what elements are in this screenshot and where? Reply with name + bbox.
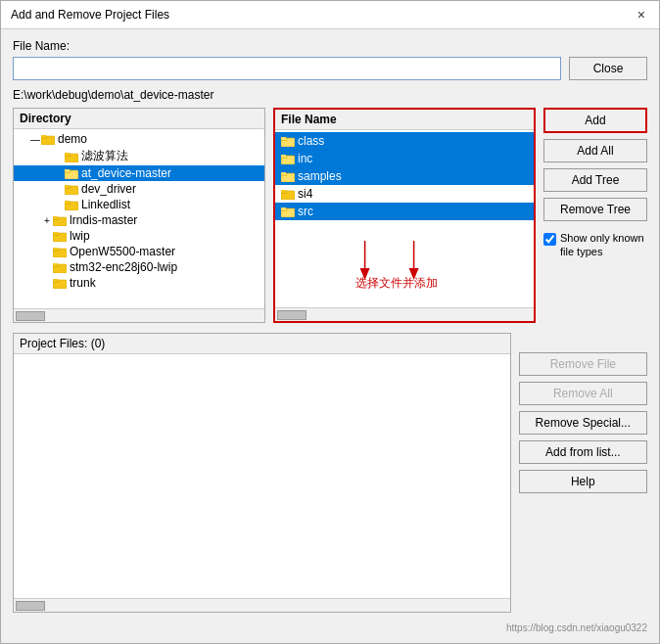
svg-rect-23 [53,248,58,250]
folder-icon-trunk [53,277,67,289]
add-all-button[interactable]: Add All [543,139,647,162]
tree-label-openw5500: OpenW5500-master [70,245,175,258]
bottom-buttons: Remove File Remove All Remove Special...… [519,333,647,613]
add-tree-button[interactable]: Add Tree [543,168,647,192]
svg-rect-35 [281,155,286,157]
show-known-types-label: Show only knownfile types [560,231,644,259]
tree-item-at_device[interactable]: at_device-master [14,165,264,181]
file-name-section: File Name: Close [13,39,647,80]
directory-panel: Directory — demo 滤波算法 at_device-master d… [13,108,265,323]
svg-rect-2 [41,135,46,137]
directory-header: Directory [14,109,264,129]
folder-icon-lrndis [53,214,67,226]
tree-item-demo[interactable]: — demo [14,131,264,147]
svg-rect-17 [53,216,58,218]
file-folder-icon-si4 [281,188,295,200]
file-label-inc: inc [298,152,312,165]
tree-item-linkedlist[interactable]: Linkedlist [14,197,264,212]
remove-tree-button[interactable]: Remove Tree [543,198,647,221]
tree-item-dev_driver[interactable]: dev_driver [14,181,264,197]
svg-rect-11 [65,185,70,187]
show-known-types-checkbox[interactable] [543,233,556,246]
file-label-samples: samples [298,169,342,183]
right-buttons: Add Add All Add Tree Remove Tree Show on… [543,108,647,323]
tree-item-openw5500[interactable]: OpenW5500-master [14,244,264,259]
file-item-si4[interactable]: si4 [275,185,534,203]
tree-item-trunk[interactable]: trunk [14,275,264,291]
tree-item-filter[interactable]: 滤波算法 [14,147,264,165]
folder-icon-stm32 [53,261,67,273]
tree-item-stm32[interactable]: stm32-enc28j60-lwip [14,259,264,275]
remove-all-button[interactable]: Remove All [519,382,647,405]
tree-toggle-lrndis[interactable]: + [41,215,53,226]
close-button[interactable]: Close [569,57,647,80]
directory-tree[interactable]: — demo 滤波算法 at_device-master dev_driver … [14,129,264,308]
svg-rect-14 [65,201,70,203]
file-item-class[interactable]: class [275,132,534,150]
svg-rect-26 [53,263,58,265]
file-list[interactable]: class inc samples si4 src [275,130,534,307]
tree-label-at_device: at_device-master [81,166,171,180]
svg-rect-44 [281,207,286,209]
file-item-samples[interactable]: samples [275,167,534,185]
file-item-src[interactable]: src [275,203,534,220]
help-button[interactable]: Help [519,470,647,493]
folder-icon-openw5500 [53,246,67,257]
svg-rect-5 [65,153,70,155]
tree-label-filter: 滤波算法 [81,148,128,164]
tree-item-lwip[interactable]: lwip [14,228,264,244]
folder-icon-at_device [65,167,78,179]
tree-label-linkedlist: Linkedlist [81,198,130,211]
file-folder-icon-samples [281,170,295,182]
folder-icon-lwip [53,230,67,242]
folder-icon-dev_driver [65,183,78,195]
bottom-section: Project Files: (0) Remove File Remove Al… [13,333,647,613]
tree-label-lrndis: lrndis-master [70,213,137,227]
svg-rect-32 [281,137,286,139]
add-button[interactable]: Add [543,108,647,133]
file-name-panel: File Name class inc samples si4 src [273,108,536,323]
title-bar: Add and Remove Project Files × [1,1,659,29]
main-dialog: Add and Remove Project Files × File Name… [0,0,660,644]
folder-icon-filter [65,151,78,162]
add-from-list-button[interactable]: Add from list... [519,440,647,464]
svg-rect-8 [65,169,70,171]
file-item-inc[interactable]: inc [275,150,534,167]
show-known-types-row: Show only knownfile types [543,231,647,259]
file-label-class: class [298,134,324,148]
file-folder-icon-class [281,135,295,147]
directory-hscroll[interactable] [14,308,264,322]
svg-rect-29 [53,279,58,281]
folder-icon-demo [41,133,55,145]
panels-wrapper: Directory — demo 滤波算法 at_device-master d… [13,108,647,323]
remove-special-button[interactable]: Remove Special... [519,411,647,435]
dialog-title: Add and Remove Project Files [11,8,169,22]
title-close-button[interactable]: × [634,7,649,23]
watermark: https://blog.csdn.net/xiaogu0322 [13,622,647,633]
dialog-body: File Name: Close E:\work\debug\demo\at_d… [1,29,659,643]
tree-label-stm32: stm32-enc28j60-lwip [70,260,177,274]
svg-rect-38 [281,172,286,174]
tree-toggle-demo[interactable]: — [29,134,41,145]
file-hscroll[interactable] [275,307,534,321]
tree-label-trunk: trunk [70,276,96,290]
svg-rect-20 [53,232,58,234]
folder-icon-linkedlist [65,199,78,210]
project-files-content[interactable] [14,354,510,598]
file-folder-icon-inc [281,153,295,164]
remove-file-button[interactable]: Remove File [519,352,647,376]
file-label-src: src [298,205,313,218]
file-name-input[interactable] [13,57,561,80]
file-label-si4: si4 [298,187,312,201]
svg-rect-41 [281,190,286,192]
project-files-panel: Project Files: (0) [13,333,511,613]
path-label: E:\work\debug\demo\at_device-master [13,88,647,102]
file-folder-icon-src [281,206,295,217]
file-name-panel-header: File Name [275,110,534,130]
tree-label-dev_driver: dev_driver [81,182,136,196]
tree-label-lwip: lwip [70,229,90,243]
project-files-hscroll[interactable] [14,598,510,612]
project-files-header: Project Files: (0) [14,334,510,354]
file-name-label: File Name: [13,39,647,53]
tree-item-lrndis[interactable]: + lrndis-master [14,212,264,228]
